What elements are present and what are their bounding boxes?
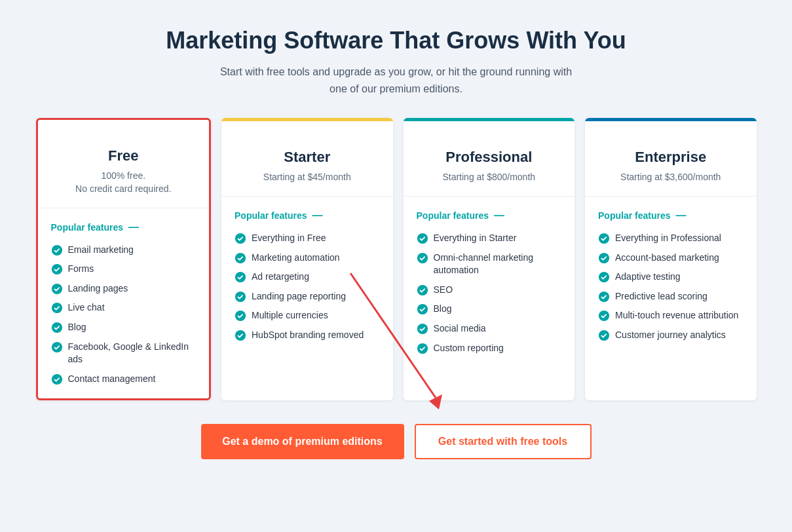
feature-item: HubSpot branding removed	[235, 329, 380, 342]
feature-text: Everything in Professional	[615, 232, 721, 245]
feature-text: Marketing automation	[252, 252, 340, 265]
plan-header: Free 100% free.No credit card required.	[38, 120, 210, 208]
features-dash: —	[675, 210, 686, 221]
feature-text: Email marketing	[68, 244, 134, 257]
plan-price: 100% free.No credit card required.	[48, 170, 199, 195]
features-dash: —	[312, 210, 322, 221]
feature-item: Predictive lead scoring	[598, 290, 744, 303]
features-label: Popular features —	[417, 210, 562, 221]
feature-text: Multiple currencies	[252, 309, 328, 322]
plan-card-enterprise: Enterprise Starting at $3,600/month Popu…	[585, 118, 757, 400]
demo-button[interactable]: Get a demo of premium editions	[201, 424, 404, 459]
feature-item: Blog	[51, 321, 197, 334]
feature-item: Account-based marketing	[598, 252, 744, 265]
svg-point-9	[235, 272, 246, 282]
svg-point-21	[599, 272, 609, 282]
feature-list: Everything in Starter Omni-channel marke…	[417, 232, 562, 354]
feature-item: Landing pages	[51, 282, 197, 295]
check-icon	[598, 291, 610, 303]
feature-text: Customer journey analytics	[615, 329, 726, 342]
feature-item: Customer journey analytics	[598, 329, 744, 342]
svg-point-13	[417, 233, 427, 244]
check-icon	[417, 252, 428, 264]
svg-point-17	[417, 324, 427, 334]
svg-point-22	[599, 292, 609, 302]
plan-card-starter: Starter Starting at $45/month Popular fe…	[221, 118, 393, 400]
svg-point-11	[235, 311, 246, 321]
plan-name: Starter	[232, 149, 383, 166]
features-label: Popular features —	[235, 210, 380, 221]
check-icon	[51, 373, 63, 385]
check-icon	[235, 330, 246, 341]
svg-point-2	[51, 284, 62, 294]
feature-item: Forms	[51, 263, 197, 276]
check-icon	[51, 244, 63, 256]
feature-text: Omni-channel marketing automation	[434, 252, 562, 277]
features-label-text: Popular features	[51, 222, 123, 233]
feature-item: Email marketing	[51, 244, 197, 257]
features-section: Popular features — Everything in Free	[221, 197, 393, 355]
feature-item: Facebook, Google & LinkedIn ads	[51, 341, 197, 366]
features-label: Popular features —	[598, 210, 744, 221]
feature-item: Contact management	[51, 373, 197, 386]
check-icon	[51, 302, 63, 314]
svg-point-5	[51, 341, 62, 352]
svg-point-12	[235, 330, 246, 341]
free-tools-button[interactable]: Get started with free tools	[415, 424, 592, 459]
page-subtitle: Start with free tools and upgrade as you…	[213, 64, 580, 97]
check-icon	[598, 233, 610, 244]
features-section: Popular features — Email marketing	[38, 208, 210, 399]
feature-item: Everything in Free	[235, 232, 380, 245]
check-icon	[51, 283, 63, 295]
svg-point-20	[599, 252, 609, 263]
page-wrapper: Marketing Software That Grows With You S…	[0, 0, 792, 532]
svg-point-23	[599, 311, 609, 321]
plan-card-professional: Professional Starting at $800/month Popu…	[404, 118, 575, 400]
svg-point-0	[51, 244, 62, 255]
feature-item: Live chat	[51, 301, 197, 314]
check-icon	[417, 343, 428, 354]
feature-text: Ad retargeting	[252, 271, 309, 284]
plan-price: Starting at $45/month	[232, 171, 383, 184]
feature-text: Account-based marketing	[615, 252, 719, 265]
feature-item: Social media	[417, 322, 562, 335]
svg-point-7	[235, 233, 246, 244]
feature-text: Facebook, Google & LinkedIn ads	[68, 341, 197, 366]
svg-point-19	[599, 233, 609, 244]
feature-item: Landing page reporting	[235, 290, 380, 303]
feature-text: Everything in Free	[252, 232, 326, 245]
check-icon	[235, 271, 246, 283]
plan-header: Enterprise Starting at $3,600/month	[585, 121, 757, 197]
feature-text: Custom reporting	[434, 342, 504, 355]
feature-text: Forms	[68, 263, 94, 276]
feature-item: Omni-channel marketing automation	[417, 252, 562, 277]
svg-point-4	[51, 322, 62, 333]
svg-point-18	[417, 343, 427, 353]
feature-item: Marketing automation	[235, 252, 380, 265]
plan-header: Starter Starting at $45/month	[221, 121, 393, 197]
buttons-section: Get a demo of premium editions Get start…	[201, 424, 592, 459]
check-icon	[417, 233, 428, 244]
feature-text: Blog	[434, 303, 452, 316]
feature-list: Everything in Free Marketing automation	[235, 232, 380, 342]
plan-price: Starting at $800/month	[414, 171, 565, 184]
feature-text: Everything in Starter	[434, 232, 517, 245]
svg-point-6	[51, 374, 62, 385]
feature-text: Contact management	[68, 373, 156, 386]
header-section: Marketing Software That Grows With You S…	[166, 26, 626, 97]
feature-item: Custom reporting	[417, 342, 562, 355]
feature-text: HubSpot branding removed	[252, 329, 364, 342]
svg-point-1	[51, 264, 62, 275]
svg-point-3	[51, 303, 62, 313]
check-icon	[598, 271, 610, 283]
feature-item: Multiple currencies	[235, 309, 380, 322]
feature-item: Ad retargeting	[235, 271, 380, 284]
feature-list: Email marketing Forms	[51, 244, 197, 386]
features-label-text: Popular features	[235, 210, 307, 221]
feature-text: Predictive lead scoring	[615, 290, 707, 303]
check-icon	[598, 252, 610, 264]
plan-price: Starting at $3,600/month	[595, 171, 746, 184]
plan-header: Professional Starting at $800/month	[404, 121, 575, 197]
check-icon	[417, 303, 428, 315]
feature-text: Multi-touch revenue attribution	[615, 309, 738, 322]
